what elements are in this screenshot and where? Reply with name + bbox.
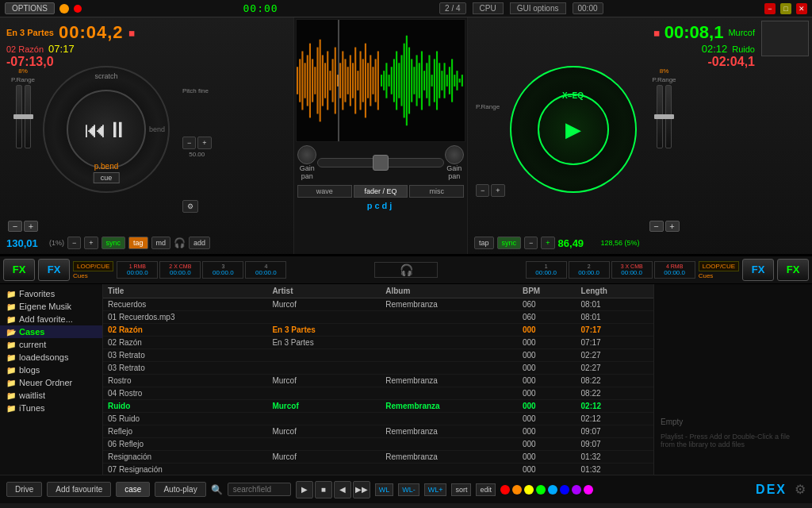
edit-btn[interactable]: edit <box>476 483 496 496</box>
sidebar-waitlist[interactable]: 📁 waitlist <box>0 389 102 402</box>
cue-slot-right-2[interactable]: 2 00:00.0 <box>569 261 610 279</box>
table-row[interactable]: 05 Ruido00002:12 <box>103 413 653 425</box>
deck-left-plus2[interactable]: + <box>197 137 211 149</box>
deck-left-settings-btn[interactable]: ⚙ <box>182 200 198 213</box>
table-row[interactable]: RecuerdosMurcofRemembranza06008:01 <box>103 298 653 311</box>
prev-btn-library[interactable]: ◀ <box>334 481 351 498</box>
wl-minus-btn[interactable]: WL- <box>398 483 419 496</box>
sidebar-neuer-ordner[interactable]: 📁 Neuer Ordner <box>0 376 102 389</box>
wl-plus-btn[interactable]: WL+ <box>424 483 447 496</box>
crossfader[interactable] <box>317 158 444 167</box>
sidebar-itunes[interactable]: 📁 iTunes <box>0 402 102 414</box>
cue-slot-4[interactable]: 4 00:00.0 <box>245 261 286 279</box>
deck-left-sync-btn[interactable]: sync <box>102 237 126 249</box>
fx-right-btn2[interactable]: FX <box>777 259 809 281</box>
sidebar-blogs[interactable]: 📁 blogs <box>0 364 102 376</box>
cue-slot-2[interactable]: 2 X CMB 00:00.0 <box>159 261 201 279</box>
sidebar-favorites[interactable]: 📁 Favorites <box>0 287 102 300</box>
fx-right-btn1[interactable]: FX <box>742 259 774 281</box>
table-row[interactable]: RuidoMurcofRemembranza00002:12 <box>103 400 653 413</box>
sidebar-cases[interactable]: 📂 Cases <box>0 325 102 338</box>
loop-cue-right-btn[interactable]: LOOP/CUE <box>699 261 739 271</box>
fader-eq-tab[interactable]: fader / EQ <box>354 185 408 198</box>
deck-right-minus-btn[interactable]: − <box>476 184 489 197</box>
play-btn-library[interactable]: ▶ <box>296 481 313 498</box>
deck-left-plus-btn[interactable]: + <box>24 221 38 232</box>
search-input[interactable] <box>228 483 291 496</box>
deck-left-pitch-slider[interactable] <box>16 85 22 148</box>
table-row[interactable]: 04 Rostro00008:22 <box>103 387 653 400</box>
deck-right-plus-pitch[interactable]: + <box>665 221 680 232</box>
cues-left-btn[interactable]: Cues <box>73 272 113 279</box>
deck-right-plus-bpm[interactable]: + <box>541 237 554 249</box>
stop-btn-library[interactable]: ■ <box>315 481 332 498</box>
close-button[interactable]: ✕ <box>796 3 807 14</box>
deck-left-minus2[interactable]: − <box>182 137 196 149</box>
deck-right-minus-bpm[interactable]: − <box>524 237 538 249</box>
table-row[interactable]: 03 Retrato00002:27 <box>103 349 653 362</box>
maximize-button[interactable]: □ <box>780 3 791 14</box>
table-row[interactable]: 02 RazónEn 3 Partes00007:17 <box>103 337 653 349</box>
cue-slot-right-1[interactable]: 1 00:00.0 <box>526 261 567 279</box>
sidebar-loadedsongs[interactable]: 📁 loadedsongs <box>0 351 102 364</box>
sort-btn[interactable]: sort <box>451 483 471 496</box>
color-dot-4[interactable] <box>548 485 557 495</box>
settings-icon[interactable]: ⚙ <box>795 482 806 497</box>
cue-btn[interactable]: cue <box>94 172 120 183</box>
table-row[interactable]: RostroMurcofRemembranza00008:22 <box>103 375 653 387</box>
gain-knob-left[interactable] <box>297 145 316 164</box>
options-button[interactable]: OPTIONS <box>5 2 55 14</box>
cue-slot-right-4[interactable]: 4 RMB 00:00.0 <box>654 261 695 279</box>
table-row[interactable]: 03 Retrato00002:27 <box>103 362 653 375</box>
color-dot-7[interactable] <box>584 485 593 495</box>
wave-tab[interactable]: wave <box>297 185 352 198</box>
cue-slot-1[interactable]: 1 RMB 00:00.0 <box>117 261 158 279</box>
deck-left-add-btn[interactable]: add <box>189 237 210 249</box>
gain-knob-right[interactable] <box>445 145 464 164</box>
deck-left-plus-bpm[interactable]: + <box>84 237 98 249</box>
deck-right-sync-btn[interactable]: sync <box>497 237 522 249</box>
deck-left-minus-bpm[interactable]: − <box>67 237 81 249</box>
table-row[interactable]: 06 Reflejo00009:07 <box>103 438 653 451</box>
deck-left-pitch-slider2[interactable] <box>25 85 31 148</box>
table-row[interactable]: 02 RazónEn 3 Partes00007:17 <box>103 324 653 337</box>
autoplay-btn[interactable]: Auto-play <box>155 482 205 497</box>
deck-right-pitch-slider2[interactable] <box>665 85 672 148</box>
gui-options-badge[interactable]: GUI options <box>510 2 566 14</box>
deck-right-play-btn[interactable]: ▶ <box>565 117 581 142</box>
cue-slot-3[interactable]: 3 00:00.0 <box>202 261 243 279</box>
deck-left-md-btn[interactable]: md <box>151 237 171 249</box>
deck-right-stop-btn[interactable]: ◼ <box>653 29 660 37</box>
case-btn[interactable]: case <box>116 482 150 497</box>
table-row[interactable]: 01 Recuerdos.mp306008:01 <box>103 311 653 324</box>
color-dot-0[interactable] <box>500 485 510 495</box>
color-dot-6[interactable] <box>572 485 581 495</box>
misc-tab[interactable]: misc <box>409 185 464 198</box>
loop-cue-left-btn[interactable]: LOOP/CUE <box>73 261 113 271</box>
wl-btn[interactable]: WL <box>375 483 394 496</box>
add-favourite-btn[interactable]: Add favourite <box>47 482 111 497</box>
cues-right-btn[interactable]: Cues <box>699 272 739 279</box>
table-row[interactable]: 07 Resignación00001:32 <box>103 464 653 475</box>
deck-left-tag-btn[interactable]: tag <box>128 237 148 249</box>
deck-left-play-pause-btn[interactable]: ⏮⏸ <box>84 117 128 143</box>
deck-right-pitch-slider[interactable] <box>657 85 663 148</box>
deck-left-minus-btn[interactable]: − <box>8 221 22 232</box>
deck-right-platter-inner[interactable]: ▶ <box>538 94 609 165</box>
next-btn-library[interactable]: ▶▶ <box>353 481 370 498</box>
minimize-button[interactable]: − <box>764 3 776 14</box>
deck-left-platter[interactable]: scratch ⏮⏸ bend cue p.bend <box>43 66 170 193</box>
table-row[interactable]: ResignaciónMurcofRemembranza00001:32 <box>103 451 653 464</box>
deck-right-platter[interactable]: X=EQ ▶ <box>510 66 637 193</box>
fx-left-btn1[interactable]: FX <box>3 259 35 281</box>
sidebar-current[interactable]: 📁 current <box>0 338 102 351</box>
cue-slot-right-3[interactable]: 3 X CMB 00:00.0 <box>611 261 653 279</box>
deck-left-headphones-icon[interactable]: 🎧 <box>174 237 186 248</box>
drive-btn[interactable]: Drive <box>6 482 42 497</box>
crossfader-handle[interactable] <box>373 155 389 171</box>
fx-left-btn2[interactable]: FX <box>38 259 70 281</box>
deck-right-tap-btn[interactable]: tap <box>474 237 494 249</box>
deck-right-minus-pitch[interactable]: − <box>649 221 664 232</box>
sidebar-add-favorite[interactable]: 📁 Add favorite... <box>0 313 102 325</box>
color-dot-1[interactable] <box>512 485 522 495</box>
